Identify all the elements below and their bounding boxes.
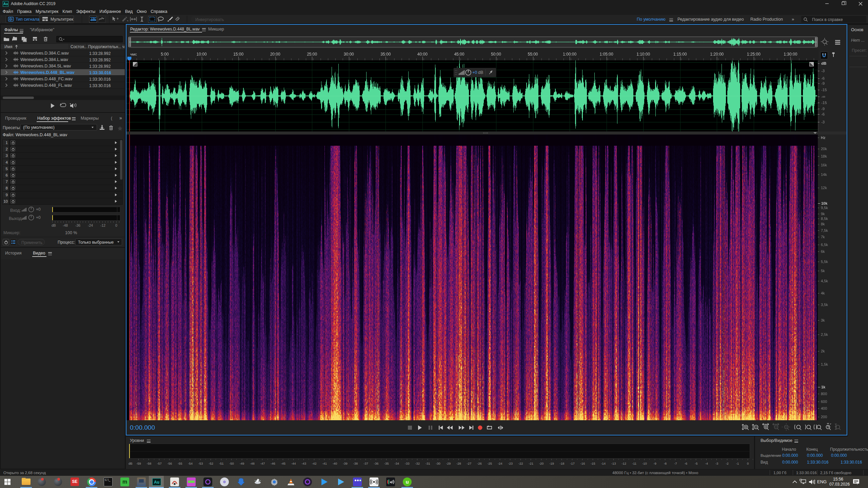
svg-text:+0: +0 bbox=[36, 207, 41, 212]
svg-text:+0: +0 bbox=[36, 215, 41, 220]
